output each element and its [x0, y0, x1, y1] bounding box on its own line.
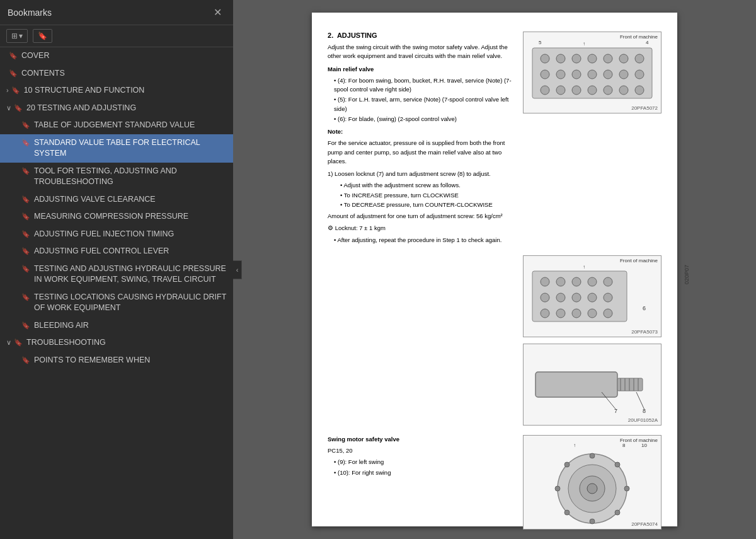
svg-point-34 [556, 293, 565, 302]
image-row-2-3: Front of machine ↑ 6 [328, 255, 662, 426]
image-caption-4: Front of machine [620, 438, 658, 443]
svg-rect-43 [536, 372, 617, 397]
sidebar-item-label-testing: 20 TESTING AND ADJUSTING [26, 103, 227, 114]
note-label: Note: [328, 128, 343, 135]
sidebar-close-button[interactable]: ✕ [210, 5, 226, 20]
image-box-1: Front of machine ↑ 5 4 [523, 32, 662, 113]
sidebar-item-bleeding-air[interactable]: 🔖BLEEDING AIR [0, 317, 233, 335]
swing-item-2: (10): For right swing [328, 468, 513, 477]
swing-section: Swing motor safety valve PC15, 20 (9): F… [328, 435, 662, 530]
sidebar-item-testing[interactable]: ∨🔖20 TESTING AND ADJUSTING [0, 100, 233, 117]
main-content: 2. ADJUSTING Adjust the swing circuit wi… [233, 0, 756, 539]
note-text: For the service actuator, pressure oil i… [328, 139, 513, 166]
sidebar-item-testing-drift[interactable]: 🔖TESTING LOCATIONS CAUSING HYDRAULIC DRI… [0, 289, 233, 317]
svg-point-30 [572, 277, 581, 286]
svg-point-65 [590, 519, 595, 524]
bookmark-icon-table-judgement: 🔖 [21, 120, 30, 130]
document-page-area[interactable]: 2. ADJUSTING Adjust the swing circuit wi… [233, 0, 756, 539]
sidebar-item-label-cover: COVER [21, 50, 227, 62]
expand-dropdown-icon: ▾ [19, 32, 23, 40]
svg-point-61 [590, 453, 595, 458]
intro-text: Adjust the swing circuit with the swing … [328, 43, 513, 61]
bookmark-icon-testing: 🔖 [14, 103, 23, 113]
svg-point-7 [588, 54, 597, 63]
image-col-2: Front of machine ↑ 6 [523, 255, 662, 426]
sidebar-item-points-remember[interactable]: 🔖POINTS TO REMEMBER WHEN [0, 352, 233, 369]
svg-point-15 [604, 70, 612, 79]
svg-text:10: 10 [641, 443, 647, 448]
sidebar-item-contents[interactable]: 🔖CONTENTS [0, 65, 233, 83]
svg-text:8: 8 [622, 443, 626, 448]
step1-detail-col [328, 255, 513, 426]
svg-text:4: 4 [646, 40, 649, 45]
bookmark-icon-standard-value-electrical: 🔖 [21, 138, 30, 148]
svg-point-32 [604, 277, 612, 286]
sidebar-item-label-bleeding-air: BLEEDING AIR [34, 320, 227, 332]
bookmark-icon-adjusting-fuel-control: 🔖 [21, 246, 30, 256]
sidebar-item-label-table-judgement: TABLE OF JUDGEMENT STANDARD VALUE [34, 120, 227, 131]
svg-point-28 [541, 277, 549, 286]
svg-point-17 [635, 70, 644, 79]
machine-diagram-1: ↑ 5 4 [526, 37, 658, 109]
main-relief-title: Main relief valve [328, 65, 513, 74]
section-number: 2 [328, 32, 331, 39]
sidebar-item-adjusting-fuel-control[interactable]: 🔖ADJUSTING FUEL CONTROL LEVER [0, 243, 233, 260]
sidebar-tree[interactable]: 🔖COVER🔖CONTENTS›🔖10 STRUCTURE AND FUNCTI… [0, 47, 233, 539]
sidebar-item-testing-hydraulic[interactable]: 🔖TESTING AND ADJUSTING HYDRAULIC PRESSUR… [0, 260, 233, 289]
locknut-text: Locknut: 7 ± 1 kgm [335, 224, 386, 231]
bookmark-icon-bleeding-air: 🔖 [21, 321, 30, 330]
svg-point-22 [604, 86, 612, 95]
machine-diagram-3: 7 8 [526, 347, 658, 422]
sidebar-item-label-tool-testing: TOOL FOR TESTING, ADJUSTING AND TROUBLES… [34, 166, 227, 188]
svg-text:7: 7 [614, 408, 617, 414]
svg-point-8 [604, 54, 612, 63]
amount-label: Amount of adjustment for one turn of adj… [328, 212, 503, 219]
sidebar-item-adjusting-valve[interactable]: 🔖ADJUSTING VALVE CLEARANCE [0, 191, 233, 209]
sidebar-item-cover[interactable]: 🔖COVER [0, 47, 233, 65]
bookmark-view-button[interactable]: 🔖 [33, 29, 52, 43]
relief-item-3: (6): For blade, (swing) (2-spool control… [328, 115, 513, 124]
adjust-bullet-3: To DECREASE pressure, turn COUNTER-CLOCK… [328, 200, 513, 209]
sidebar-item-label-adjusting-fuel-control: ADJUSTING FUEL CONTROL LEVER [34, 246, 227, 257]
sidebar-item-label-troubleshooting: TROUBLESHOOTING [26, 337, 227, 349]
svg-point-12 [556, 70, 565, 79]
svg-point-10 [635, 54, 644, 63]
sidebar-item-tool-testing[interactable]: 🔖TOOL FOR TESTING, ADJUSTING AND TROUBLE… [0, 163, 233, 191]
machine-diagram-2: ↑ 6 [526, 260, 658, 332]
sidebar-item-standard-value-electrical[interactable]: 🔖STANDARD VALUE TABLE FOR ELECTRICAL SYS… [0, 134, 233, 163]
bookmark-icon-troubleshooting: 🔖 [14, 338, 23, 347]
note-section: Note: [328, 127, 513, 136]
svg-point-14 [588, 70, 597, 79]
machine-diagram-4: ↑ 8 10 [529, 438, 655, 526]
document-page: 2. ADJUSTING Adjust the swing circuit wi… [312, 13, 677, 526]
locknut-row: ⚙ Locknut: 7 ± 1 kgm [328, 223, 513, 233]
svg-point-41 [588, 309, 597, 318]
svg-point-39 [556, 309, 565, 318]
svg-point-36 [588, 293, 597, 302]
sidebar-panel: Bookmarks ✕ ⊞ ▾ 🔖 🔖COVER🔖CONTENTS›🔖10 ST… [0, 0, 233, 539]
swing-sub: PC15, 20 [328, 446, 513, 455]
image-box-2: Front of machine ↑ 6 [523, 255, 662, 337]
svg-point-24 [635, 86, 644, 95]
svg-point-13 [572, 70, 581, 79]
bookmark-icon: 🔖 [38, 32, 47, 40]
swing-title-label: Swing motor safety valve [328, 436, 399, 443]
sidebar-item-structure[interactable]: ›🔖10 STRUCTURE AND FUNCTION [0, 82, 233, 100]
adjust-bullet-2: To INCREASE pressure, turn CLOCKWISE [328, 191, 513, 200]
sidebar-item-label-points-remember: POINTS TO REMEMBER WHEN [34, 355, 227, 366]
sidebar-collapse-button[interactable]: ‹ [233, 260, 242, 279]
adjusting-text-col: 2. ADJUSTING Adjust the swing circuit wi… [328, 32, 513, 246]
sidebar-item-table-judgement[interactable]: 🔖TABLE OF JUDGEMENT STANDARD VALUE [0, 117, 233, 134]
step1-text: 1) Loosen locknut (7) and turn adjustmen… [328, 170, 513, 178]
svg-point-66 [564, 510, 570, 515]
sidebar-item-troubleshooting[interactable]: ∨🔖TROUBLESHOOTING [0, 334, 233, 352]
expand-all-button[interactable]: ⊞ ▾ [6, 29, 28, 43]
svg-point-60 [587, 484, 597, 494]
sidebar-item-measuring-compression[interactable]: 🔖MEASURING COMPRESSION PRESSURE [0, 208, 233, 226]
side-label: 020P07 [684, 265, 690, 284]
svg-point-33 [541, 293, 549, 302]
sidebar-item-label-adjusting-valve: ADJUSTING VALVE CLEARANCE [34, 194, 227, 206]
sidebar-item-label-structure: 10 STRUCTURE AND FUNCTION [24, 85, 227, 96]
svg-rect-44 [617, 378, 643, 391]
sidebar-item-adjusting-fuel-injection[interactable]: 🔖ADJUSTING FUEL INJECTION TIMING [0, 226, 233, 243]
